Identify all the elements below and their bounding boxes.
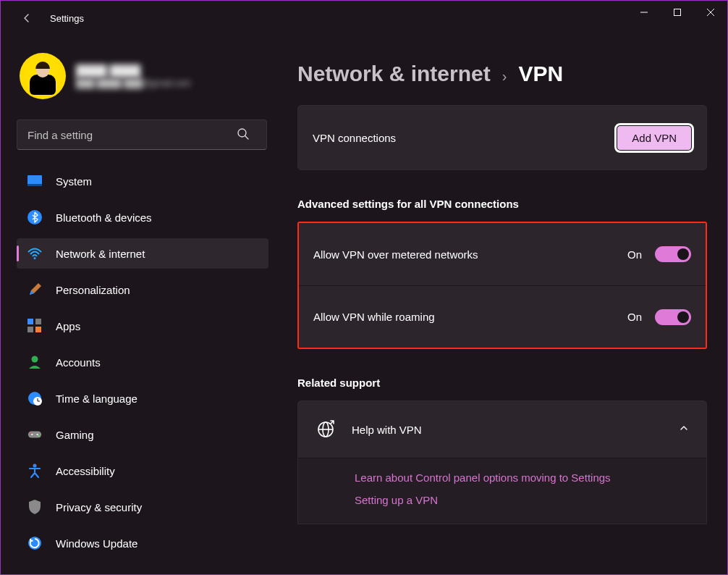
sidebar-item-label: Time & language: [56, 393, 137, 405]
advanced-heading: Advanced settings for all VPN connection…: [297, 198, 707, 210]
breadcrumb: Network & internet › VPN: [297, 62, 707, 86]
svg-point-23: [38, 435, 40, 437]
profile-email: ███.████.███@gmail.com: [76, 78, 191, 88]
breadcrumb-separator: ›: [502, 68, 507, 85]
sidebar-item-system[interactable]: System: [17, 166, 267, 196]
wifi-icon: [27, 245, 43, 261]
apps-icon: [27, 318, 43, 334]
sidebar-item-bluetooth[interactable]: Bluetooth & devices: [17, 202, 267, 232]
brush-icon: [27, 282, 43, 298]
sidebar-item-label: System: [56, 175, 92, 188]
support-heading: Related support: [297, 377, 707, 389]
setting-label: Allow VPN over metered networks: [313, 248, 627, 261]
breadcrumb-parent[interactable]: Network & internet: [297, 62, 491, 86]
sidebar-item-label: Bluetooth & devices: [56, 211, 152, 224]
setting-state: On: [627, 248, 642, 261]
advanced-settings-group: Allow VPN over metered networks On Allow…: [297, 222, 707, 349]
sidebar-item-label: Privacy & security: [56, 501, 142, 513]
vpn-connections-card: VPN connections Add VPN: [297, 105, 707, 170]
support-links: Learn about Control panel options moving…: [298, 458, 706, 524]
svg-point-9: [34, 257, 36, 259]
help-globe-icon: [316, 419, 336, 440]
svg-rect-19: [28, 431, 41, 437]
main-content: Network & internet › VPN VPN connections…: [276, 35, 727, 574]
sidebar: ████ ████ ███.████.███@gmail.com System: [1, 35, 276, 574]
toggle-metered[interactable]: [655, 246, 691, 262]
svg-rect-11: [35, 319, 41, 324]
svg-point-20: [31, 434, 33, 435]
svg-point-24: [33, 464, 37, 468]
sidebar-item-privacy[interactable]: Privacy & security: [17, 492, 267, 522]
setting-label: Allow VPN while roaming: [313, 311, 627, 323]
svg-point-21: [37, 434, 38, 435]
close-button[interactable]: [694, 1, 727, 24]
accessibility-icon: [27, 463, 43, 479]
support-title: Help with VPN: [352, 424, 663, 436]
back-button[interactable]: [12, 4, 41, 33]
svg-point-22: [30, 432, 32, 434]
svg-rect-1: [674, 9, 681, 16]
sidebar-item-label: Gaming: [56, 429, 94, 441]
clock-globe-icon: [27, 390, 43, 406]
profile-block[interactable]: ████ ████ ███.████.███@gmail.com: [17, 53, 267, 99]
sidebar-item-gaming[interactable]: Gaming: [17, 419, 267, 450]
window-title: Settings: [50, 13, 84, 24]
support-link-control-panel[interactable]: Learn about Control panel options moving…: [355, 471, 689, 484]
title-bar: Settings: [1, 1, 727, 35]
support-link-setup-vpn[interactable]: Setting up a VPN: [355, 494, 689, 506]
svg-rect-13: [35, 327, 41, 332]
nav-list: System Bluetooth & devices Network & int…: [17, 166, 267, 558]
search-icon: [237, 127, 250, 143]
bluetooth-icon: [27, 209, 43, 225]
window-controls: [627, 1, 727, 24]
avatar: [20, 53, 66, 99]
svg-rect-6: [27, 175, 42, 185]
profile-name: ████ ████: [76, 64, 191, 77]
sidebar-item-update[interactable]: Windows Update: [17, 528, 267, 558]
breadcrumb-current: VPN: [518, 62, 563, 86]
svg-rect-7: [27, 184, 42, 186]
update-icon: [27, 535, 43, 551]
sidebar-item-personalization[interactable]: Personalization: [17, 274, 267, 305]
svg-rect-10: [27, 319, 33, 324]
sidebar-item-label: Apps: [56, 320, 80, 332]
shield-icon: [27, 499, 43, 515]
sidebar-item-label: Windows Update: [56, 537, 137, 550]
gamepad-icon: [27, 427, 43, 442]
chevron-up-icon: [679, 423, 689, 436]
sidebar-item-label: Personalization: [56, 284, 130, 296]
setting-row-metered: Allow VPN over metered networks On: [299, 223, 706, 285]
person-icon: [27, 354, 43, 370]
svg-line-5: [245, 136, 248, 139]
search-input[interactable]: [17, 119, 267, 150]
sidebar-item-label: Accounts: [56, 356, 101, 369]
sidebar-item-label: Accessibility: [56, 465, 115, 477]
support-card: Help with VPN Learn about Control panel …: [297, 400, 707, 524]
system-icon: [27, 173, 43, 189]
maximize-button[interactable]: [661, 1, 694, 24]
support-head[interactable]: Help with VPN: [298, 401, 706, 458]
sidebar-item-label: Network & internet: [56, 248, 145, 260]
minimize-button[interactable]: [627, 1, 661, 24]
sidebar-item-accessibility[interactable]: Accessibility: [17, 456, 267, 486]
setting-row-roaming: Allow VPN while roaming On: [299, 285, 706, 348]
vpn-connections-title: VPN connections: [313, 132, 617, 144]
add-vpn-button[interactable]: Add VPN: [617, 125, 692, 151]
sidebar-item-accounts[interactable]: Accounts: [17, 347, 267, 377]
sidebar-item-apps[interactable]: Apps: [17, 311, 267, 341]
svg-rect-12: [27, 327, 33, 332]
sidebar-item-network[interactable]: Network & internet: [17, 238, 268, 269]
sidebar-item-time[interactable]: Time & language: [17, 383, 267, 414]
toggle-roaming[interactable]: [655, 309, 691, 325]
svg-point-14: [32, 356, 38, 363]
setting-state: On: [627, 311, 642, 323]
